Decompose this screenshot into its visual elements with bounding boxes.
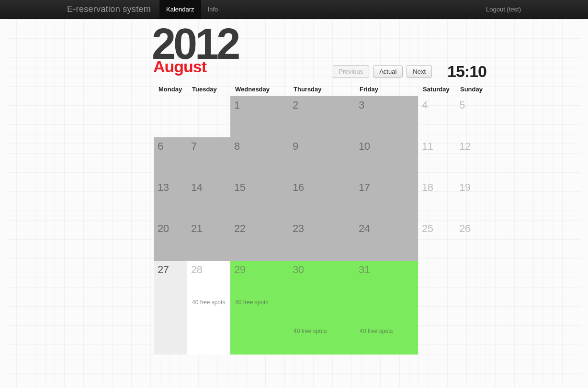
day-cell-blank [154, 96, 187, 137]
day-number: 2 [293, 99, 351, 111]
calendar: 2012 August Previous Actual Next 15:10 M… [154, 19, 486, 355]
calendar-week: 12345 [154, 96, 486, 137]
day-number: 30 [293, 264, 351, 276]
calendar-toolbar: Previous Actual Next 15:10 [333, 62, 486, 81]
day-cell-20: 20 [154, 220, 187, 261]
day-number: 22 [234, 222, 285, 235]
previous-button[interactable]: Previous [333, 65, 370, 78]
calendar-grid: 1234567891011121314151617181920212223242… [154, 96, 486, 355]
dow-sunday: Sunday [455, 82, 486, 96]
day-number: 24 [359, 222, 414, 235]
day-cell-12: 12 [455, 137, 486, 178]
calendar-week: 13141516171819 [154, 178, 486, 220]
day-cell-9: 9 [289, 137, 355, 178]
day-cell-13: 13 [154, 178, 187, 220]
day-number: 13 [158, 181, 183, 194]
day-cell-16: 16 [289, 178, 355, 220]
day-number: 14 [191, 181, 226, 194]
day-cell-17: 17 [355, 178, 418, 220]
day-cell-3: 3 [355, 96, 418, 137]
logout-link[interactable]: Logout (test) [486, 0, 521, 19]
top-navbar: E-reservation system KalendarzInfo Logou… [0, 0, 588, 19]
day-number: 10 [359, 140, 414, 153]
day-cell-15: 15 [230, 178, 289, 220]
day-cell-25: 25 [418, 220, 455, 261]
day-number: 20 [158, 222, 183, 235]
day-number: 23 [293, 222, 351, 235]
actual-button[interactable]: Actual [373, 65, 403, 78]
day-cell-14: 14 [187, 178, 230, 220]
day-cell-28[interactable]: 2840 free spots [187, 261, 230, 355]
day-number: 5 [459, 99, 483, 111]
day-number: 8 [234, 140, 285, 153]
dow-monday: Monday [154, 82, 187, 96]
day-cell-27[interactable]: 27 [154, 261, 187, 355]
day-number: 9 [293, 140, 351, 153]
day-cell-29[interactable]: 2940 free spots [230, 261, 289, 355]
day-number: 29 [234, 264, 285, 276]
day-cell-23: 23 [289, 220, 355, 261]
day-cell-1: 1 [230, 96, 289, 137]
dow-saturday: Saturday [418, 82, 455, 96]
nav-item-info[interactable]: Info [201, 0, 225, 19]
day-cell-blank [187, 96, 230, 137]
day-cell-24: 24 [355, 220, 418, 261]
dow-tuesday: Tuesday [187, 82, 230, 96]
dow-wednesday: Wednesday [230, 82, 289, 96]
app-brand: E-reservation system [67, 0, 159, 19]
dow-friday: Friday [355, 82, 418, 96]
page-background: 2012 August Previous Actual Next 15:10 M… [7, 19, 581, 388]
day-cell-4: 4 [418, 96, 455, 137]
day-cell-21: 21 [187, 220, 230, 261]
day-number: 4 [422, 99, 452, 111]
calendar-week: 6789101112 [154, 137, 486, 178]
day-number: 16 [293, 181, 351, 194]
day-cell-31[interactable]: 3140 free spots [355, 261, 418, 355]
next-button[interactable]: Next [407, 65, 432, 78]
free-spots-label: 40 free spots [360, 328, 393, 334]
day-number: 31 [359, 264, 414, 276]
day-number: 21 [191, 222, 226, 235]
dow-thursday: Thursday [289, 82, 355, 96]
day-number: 3 [359, 99, 414, 111]
day-cell-22: 22 [230, 220, 289, 261]
day-cell-6: 6 [154, 137, 187, 178]
day-cell-8: 8 [230, 137, 289, 178]
day-number: 7 [191, 140, 226, 153]
day-number: 25 [422, 222, 452, 235]
day-cell-26: 26 [455, 220, 486, 261]
calendar-week: 20212223242526 [154, 220, 486, 261]
day-number: 28 [191, 264, 226, 276]
day-cell-18: 18 [418, 178, 455, 220]
nav-item-kalendarz[interactable]: Kalendarz [159, 0, 201, 19]
day-cell-10: 10 [355, 137, 418, 178]
free-spots-label: 40 free spots [235, 299, 268, 306]
day-number: 11 [422, 140, 452, 153]
day-number: 18 [422, 181, 452, 194]
day-number: 17 [359, 181, 414, 194]
day-cell-blank [418, 261, 455, 355]
day-cell-19: 19 [455, 178, 486, 220]
day-cell-11: 11 [418, 137, 455, 178]
free-spots-label: 40 free spots [294, 328, 327, 334]
day-cell-blank [455, 261, 486, 355]
day-cell-2: 2 [289, 96, 355, 137]
clock: 15:10 [447, 62, 486, 81]
day-number: 1 [234, 99, 285, 111]
day-cell-30[interactable]: 3040 free spots [289, 261, 355, 355]
day-number: 12 [459, 140, 483, 153]
day-of-week-header: MondayTuesdayWednesdayThursdayFridaySatu… [154, 82, 486, 96]
day-number: 15 [234, 181, 285, 194]
day-cell-5: 5 [455, 96, 486, 137]
day-number: 27 [158, 264, 183, 276]
day-cell-7: 7 [187, 137, 230, 178]
free-spots-label: 40 free spots [192, 299, 225, 306]
day-number: 19 [459, 181, 483, 194]
day-number: 6 [158, 140, 183, 153]
calendar-week: 272840 free spots2940 free spots3040 fre… [154, 261, 486, 355]
day-number: 26 [459, 222, 483, 235]
